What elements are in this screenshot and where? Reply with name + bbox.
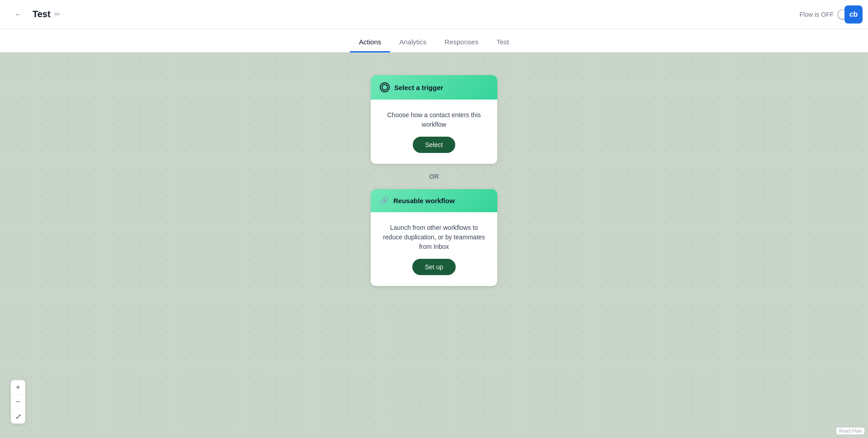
back-button[interactable]: ←	[11, 7, 25, 22]
reusable-card-header: 🔗 Reusable workflow	[371, 189, 497, 212]
avatar[interactable]: cb	[844, 5, 863, 24]
select-trigger-button[interactable]: Select	[413, 137, 456, 153]
tab-analytics[interactable]: Analytics	[390, 33, 435, 52]
reusable-card-body: Launch from other workflows to reduce du…	[371, 212, 497, 286]
trigger-card-title: Select a trigger	[394, 84, 443, 91]
or-divider: OR	[429, 173, 439, 180]
tab-actions[interactable]: Actions	[350, 33, 390, 52]
edit-icon[interactable]: ✏	[54, 10, 60, 19]
zoom-out-button[interactable]: −	[11, 395, 25, 409]
reusable-card: 🔗 Reusable workflow Launch from other wo…	[371, 189, 497, 286]
main-content: Select a trigger Choose how a contact en…	[0, 52, 868, 438]
tab-responses[interactable]: Responses	[435, 33, 487, 52]
zoom-fit-button[interactable]: ⤢	[11, 409, 25, 424]
react-flow-label: React Flow	[836, 428, 864, 434]
reusable-card-title: Reusable workflow	[393, 197, 455, 205]
trigger-card: Select a trigger Choose how a contact en…	[371, 75, 497, 164]
header-title-area: Test ✏	[33, 9, 60, 19]
link-icon: 🔗	[380, 196, 389, 205]
header-left: ← Test ✏	[11, 7, 60, 22]
nav-tabs: Actions Analytics Responses Test	[0, 29, 868, 52]
trigger-card-description: Choose how a contact enters this workflo…	[380, 110, 488, 129]
setup-reusable-button[interactable]: Set up	[412, 259, 456, 275]
tab-test[interactable]: Test	[487, 33, 518, 52]
flow-status-label: Flow is OFF	[800, 11, 834, 18]
zoom-in-button[interactable]: +	[11, 380, 25, 395]
trigger-card-body: Choose how a contact enters this workflo…	[371, 100, 497, 164]
zoom-controls: + − ⤢	[11, 380, 25, 424]
back-icon: ←	[15, 11, 21, 18]
page-title: Test	[33, 9, 51, 19]
trigger-card-header: Select a trigger	[371, 75, 497, 100]
reusable-card-description: Launch from other workflows to reduce du…	[380, 223, 488, 252]
trigger-icon	[380, 82, 390, 92]
header: ← Test ✏ Flow is OFF	[0, 0, 868, 29]
